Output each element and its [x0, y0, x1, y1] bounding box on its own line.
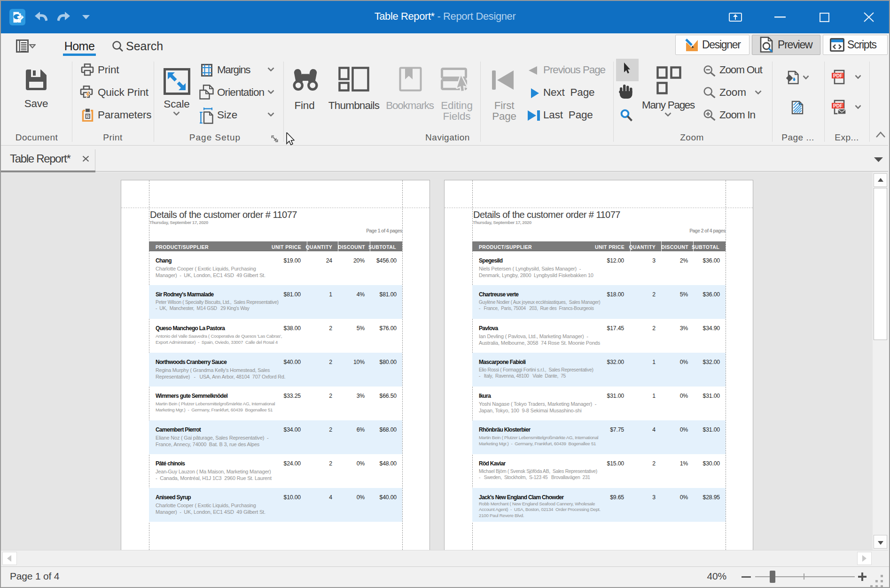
svg-text:PDF: PDF [833, 73, 843, 78]
svg-text:PDF: PDF [833, 103, 843, 108]
svg-text:?: ? [86, 114, 89, 119]
